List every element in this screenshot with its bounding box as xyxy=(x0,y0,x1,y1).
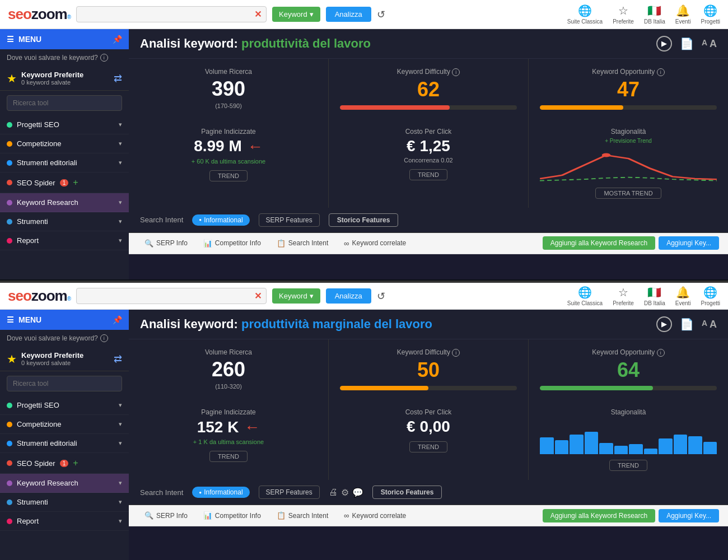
strumenti-dot-1 xyxy=(7,219,12,225)
eventi-icon-1[interactable]: 🔔 Eventi xyxy=(675,4,691,25)
tab-serp-info-1[interactable]: 🔍 SERP Info xyxy=(138,236,194,250)
volume-value-2: 260 xyxy=(212,358,245,381)
serp-features-btn-1[interactable]: SERP Features xyxy=(259,213,320,227)
strumenti-ed-dot-1 xyxy=(7,160,12,166)
eventi-icon-2[interactable]: 🔔 Eventi xyxy=(675,286,691,306)
sidebar-item-seo-spider-1[interactable]: SEO Spider 1 + xyxy=(0,172,129,193)
info-icon-save-2[interactable]: i xyxy=(100,334,108,342)
add-keyword-btn2-2[interactable]: Aggiungi Key... xyxy=(659,509,719,522)
chevron-keyword-1: ▾ xyxy=(119,199,122,206)
svg-point-0 xyxy=(602,153,611,157)
ricerca-input-1[interactable] xyxy=(7,95,122,111)
kd-info-icon-1[interactable]: i xyxy=(452,68,460,76)
preferite-icon-1[interactable]: ☆ Preferite xyxy=(613,4,634,25)
sidebar-item-report-2[interactable]: Report ▾ xyxy=(0,512,129,531)
sidebar-item-strumenti-ed-1[interactable]: Strumenti editoriali ▾ xyxy=(0,153,129,172)
add-keyword-research-btn-2[interactable]: Aggiungi alla Keyword Research xyxy=(543,509,655,522)
swap-icon-1[interactable]: ⇄ xyxy=(114,72,122,85)
serp-icon-chat-2[interactable]: 💬 xyxy=(352,487,363,498)
info-icon-save-1[interactable]: i xyxy=(100,54,108,62)
sidebar-item-seo-spider-2[interactable]: SEO Spider 1 + xyxy=(0,453,129,474)
db-italia-icon-2[interactable]: 🇮🇹 DB Italia xyxy=(644,286,665,306)
trend-btn-stage-2[interactable]: TREND xyxy=(609,460,647,471)
font-small-1[interactable]: A xyxy=(702,38,707,50)
strumenti-label-s-1: Strumenti xyxy=(17,217,48,226)
serp-icon-print-2[interactable]: 🖨 xyxy=(329,487,338,497)
pin-icon-1[interactable]: 📌 xyxy=(113,35,122,44)
sidebar-item-report-1[interactable]: Report ▾ xyxy=(0,231,129,250)
keyword-label-s-1: Keyword Research xyxy=(17,198,78,207)
kd-info-icon-2[interactable]: i xyxy=(452,349,460,357)
sidebar-item-progetti-seo-1[interactable]: Progetti SEO ▾ xyxy=(0,115,129,134)
report-label-s-2: Report xyxy=(17,517,39,525)
volume-card-1: Volume Ricerca 390 (170-590) xyxy=(129,59,328,119)
serp-features-btn-2[interactable]: SERP Features xyxy=(259,486,320,499)
sidebar-item-competizione-1[interactable]: Competizione ▾ xyxy=(0,134,129,153)
ko-info-icon-1[interactable]: i xyxy=(657,68,665,76)
serp-icon-settings-2[interactable]: ⚙ xyxy=(341,487,349,498)
keyword-dropdown-1[interactable]: Keyword ▾ xyxy=(272,7,320,22)
font-big-1[interactable]: A xyxy=(710,38,717,50)
ricerca-input-2[interactable] xyxy=(7,376,122,391)
search-input-2[interactable]: produttività marginale del lavoro xyxy=(81,292,251,300)
ko-info-icon-2[interactable]: i xyxy=(657,349,665,357)
competizione-dot-1 xyxy=(7,141,12,147)
trend-btn-pagine-2[interactable]: TREND xyxy=(209,451,248,462)
history-icon-1[interactable]: ↺ xyxy=(377,8,385,21)
pin-icon-2[interactable]: 📌 xyxy=(113,315,122,324)
play-btn-1[interactable]: ▶ xyxy=(656,36,672,52)
tab-search-intent-2[interactable]: 📋 Search Intent xyxy=(270,508,335,522)
tab-keyword-correlate-1[interactable]: ∞ Keyword correlate xyxy=(337,236,413,250)
sidebar-item-strumenti-ed-2[interactable]: Strumenti editoriali ▾ xyxy=(0,434,129,453)
sidebar-item-keyword-research-2[interactable]: Keyword Research ▾ xyxy=(0,474,129,493)
plus-icon-seo-1[interactable]: + xyxy=(73,178,78,188)
trend-btn-cpc-2[interactable]: TREND xyxy=(409,441,447,452)
menu-label-2: MENU xyxy=(18,315,41,324)
font-small-2[interactable]: A xyxy=(702,319,707,330)
suite-classica-icon-2[interactable]: 🌐 Suite Classica xyxy=(567,286,603,306)
sidebar-item-competizione-2[interactable]: Competizione ▾ xyxy=(0,415,129,434)
tab-competitor-info-1[interactable]: 📊 Competitor Info xyxy=(197,236,268,250)
cpc-card-1: Costo Per Click € 1,25 Concorrenza 0.02 … xyxy=(329,119,528,208)
storico-btn-1[interactable]: Storico Features xyxy=(329,213,399,227)
sidebar-item-strumenti-2[interactable]: Strumenti ▾ xyxy=(0,493,129,512)
clear-search-2[interactable]: ✕ xyxy=(254,291,262,301)
pdf-icon-2[interactable]: 📄 xyxy=(680,318,694,331)
pagine-delta-2: + 1 K da ultima scansione xyxy=(193,438,264,445)
preferite-icon-2[interactable]: ☆ Preferite xyxy=(613,286,634,306)
trend-btn-pagine-1[interactable]: TREND xyxy=(209,170,248,181)
suite-classica-icon-1[interactable]: 🌐 Suite Classica xyxy=(567,4,603,25)
plus-icon-seo-2[interactable]: + xyxy=(73,458,78,468)
sidebar-item-strumenti-1[interactable]: Strumenti ▾ xyxy=(0,212,129,231)
competitor-icon-1: 📊 xyxy=(203,239,212,248)
trend-btn-cpc-1[interactable]: TREND xyxy=(409,169,447,180)
tab-competitor-info-2[interactable]: 📊 Competitor Info xyxy=(197,508,268,522)
tab-keyword-correlate-2[interactable]: ∞ Keyword correlate xyxy=(337,508,413,522)
play-btn-2[interactable]: ▶ xyxy=(656,316,672,332)
add-keyword-research-btn-1[interactable]: Aggiungi alla Keyword Research xyxy=(543,236,655,250)
keyword-dropdown-2[interactable]: Keyword ▾ xyxy=(272,288,320,304)
progetti-icon-1[interactable]: 🌐 Progetti xyxy=(701,4,720,25)
tab-serp-info-2[interactable]: 🔍 SERP Info xyxy=(138,508,194,522)
sidebar-item-progetti-seo-2[interactable]: Progetti SEO ▾ xyxy=(0,396,129,415)
swap-icon-2[interactable]: ⇄ xyxy=(114,353,122,365)
font-big-2[interactable]: A xyxy=(710,319,717,330)
intent-bar-1: Search Intent Informational SERP Feature… xyxy=(129,208,728,233)
suite-icon-1: 🌐 xyxy=(578,4,592,17)
tab-search-intent-1[interactable]: 📋 Search Intent xyxy=(270,236,335,250)
clear-search-1[interactable]: ✕ xyxy=(254,9,262,20)
mostra-trend-btn-1[interactable]: MOSTRA TREND xyxy=(595,188,661,199)
search-input-1[interactable]: produttività del lavoro xyxy=(81,10,251,18)
analizza-btn-1[interactable]: Analizza xyxy=(326,7,371,22)
pdf-icon-1[interactable]: 📄 xyxy=(680,37,694,50)
analizza-btn-2[interactable]: Analizza xyxy=(326,288,371,304)
db-italia-icon-1[interactable]: 🇮🇹 DB Italia xyxy=(644,4,665,25)
sidebar-item-keyword-research-1[interactable]: Keyword Research ▾ xyxy=(0,193,129,212)
stagionalita-label-1: Stagionalità xyxy=(611,128,646,136)
history-icon-2[interactable]: ↺ xyxy=(377,290,385,302)
bar-oct-fill xyxy=(674,435,688,454)
cpc-value-1: € 1,25 xyxy=(407,138,450,155)
storico-btn-2[interactable]: Storico Features xyxy=(372,486,442,499)
progetti-icon-2[interactable]: 🌐 Progetti xyxy=(701,286,720,306)
add-keyword-btn2-1[interactable]: Aggiungi Key... xyxy=(659,236,719,250)
